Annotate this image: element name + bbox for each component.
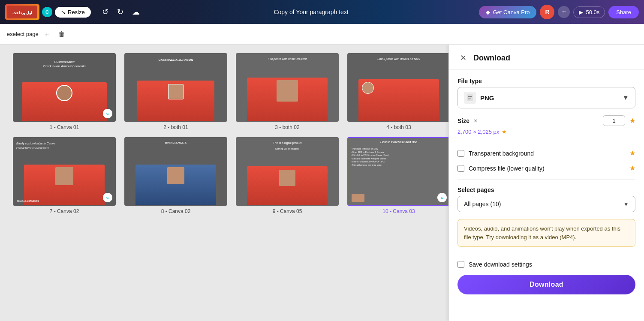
file-type-label: File type [457,78,635,84]
pages-grid: CustomisableGraduation Announcements C 1… [13,53,436,214]
timer-value: 50.0s [586,9,599,15]
resize-label: Resize [68,9,85,15]
transparent-bg-premium-icon: ★ [629,149,635,157]
page-label-1: 1 - Canva 01 [50,124,79,130]
cloud-icon: ☁ [132,7,140,17]
canva-badge-10: C [437,193,447,202]
page-thumb-9[interactable]: This is a digital product Nothing will b… [236,137,339,206]
transparent-bg-label[interactable]: Transparent background [469,150,625,157]
page-label-9: 9 - Canva 05 [273,208,302,214]
save-settings-row: Save download settings [457,261,635,268]
page-thumb-8[interactable]: SHARADA SANDERS [124,137,227,206]
canvas-area: CustomisableGraduation Announcements C 1… [0,45,448,321]
resize-button[interactable]: ⤡ Resize [55,7,91,18]
page-item-2[interactable]: CASSANDRA JOHNSON 2 - both 01 [124,53,227,130]
save-settings-label[interactable]: Save download settings [469,261,635,268]
page-thumb-3[interactable]: Full photo with name on front [236,53,339,122]
transparent-bg-row: Transparent background ★ [457,149,635,157]
gem-icon: ◆ [486,9,490,15]
compress-label[interactable]: Compress file (lower quality) [469,165,625,172]
svg-rect-3 [468,96,472,97]
logo: اول پرداخت [5,4,39,20]
canva-logo-circle: C [42,7,52,17]
topbar-actions: ↺ ↻ ☁ [99,5,143,19]
svg-text:اول پرداخت: اول پرداخت [12,11,33,15]
timer-button[interactable]: ▶ 50.0s [573,6,605,18]
add-collaborator-button[interactable]: + [558,6,570,18]
page-thumb-1[interactable]: CustomisableGraduation Announcements C [13,53,116,122]
canva-pro-label: Get Canva Pro [493,9,530,15]
size-premium-icon: ★ [502,129,507,135]
size-x[interactable]: × [474,117,477,124]
undo-icon: ↺ [102,7,108,17]
premium-icon[interactable]: ★ [629,117,635,125]
page-item-1[interactable]: CustomisableGraduation Announcements C 1… [13,53,116,130]
share-button[interactable]: Share [608,6,639,18]
page-thumb-10[interactable]: How to Purchase and Use • Purchase Templ… [347,137,448,206]
transparent-bg-checkbox[interactable] [457,150,464,157]
divider-3 [457,254,635,254]
page-thumb-7[interactable]: Easily customisable in CanvaPrint at hom… [13,137,116,206]
secondary-toolbar: eselect page + 🗑 [0,24,644,45]
add-page-button[interactable]: + [42,28,52,40]
page-thumb-4[interactable]: Small photo with details on back [347,53,448,122]
page-item-10[interactable]: How to Purchase and Use • Purchase Templ… [347,137,448,214]
main-content: CustomisableGraduation Announcements C 1… [0,45,644,321]
page-item-7[interactable]: Easily customisable in CanvaPrint at hom… [13,137,116,214]
compress-premium-icon: ★ [629,164,635,172]
select-pages-label: Select pages [457,186,635,193]
page-item-8[interactable]: SHARADA SANDERS 8 - Canva 02 [124,137,227,214]
svg-rect-5 [468,99,470,100]
warning-text: Videos, audio, and animations won't play… [464,225,620,240]
topbar: اول پرداخت C ⤡ Resize ↺ ↻ ☁ Copy of Your… [0,0,644,24]
page-label-2: 2 - both 01 [163,124,188,130]
divider-2 [457,179,635,180]
redo-button[interactable]: ↻ [114,5,127,19]
panel-header: ✕ Download [449,45,644,70]
close-icon: ✕ [460,54,466,62]
canva-pro-button[interactable]: ◆ Get Canva Pro [479,6,536,18]
panel-body: File type PNG ▼ [449,70,644,302]
size-label: Size [457,117,469,124]
undo-button[interactable]: ↺ [99,5,112,19]
file-type-selector[interactable]: PNG ▼ [457,87,635,108]
select-page-label: eselect page [7,31,39,37]
select-pages-dropdown[interactable]: All pages (10) ▼ [457,196,635,212]
delete-page-button[interactable]: 🗑 [55,28,68,40]
compress-checkbox[interactable] [457,165,464,172]
size-section: Size × 1 ★ 2,700 × 2,025 px ★ [457,115,635,135]
page-label-7: 7 - Canva 02 [50,208,79,214]
download-panel: ✕ Download File type PNG [448,45,644,321]
size-value-input[interactable]: 1 [603,115,625,126]
page-item-9[interactable]: This is a digital product Nothing will b… [236,137,339,214]
panel-close-button[interactable]: ✕ [457,52,469,63]
download-button[interactable]: Download [457,275,635,294]
plus-icon: + [562,8,566,16]
page-label-4: 4 - both 03 [386,124,411,130]
page-label-3: 3 - both 02 [275,124,299,130]
page-item-3[interactable]: Full photo with name on front 3 - both 0… [236,53,339,130]
resize-icon: ⤡ [61,9,66,15]
page-label-10: 10 - Canva 03 [382,208,415,214]
add-page-icon: + [45,30,49,38]
select-pages-value: All pages (10) [464,201,501,207]
svg-rect-4 [468,98,471,99]
divider-1 [457,142,635,142]
page-item-4[interactable]: Small photo with details on back 4 - bot… [347,53,448,130]
play-icon: ▶ [579,9,583,15]
file-type-value: PNG [480,94,494,102]
redo-icon: ↻ [117,7,123,17]
warning-box: Videos, audio, and animations won't play… [457,219,635,247]
page-thumb-2[interactable]: CASSANDRA JOHNSON [124,53,227,122]
select-pages-chevron-icon: ▼ [623,201,629,207]
page-label-8: 8 - Canva 02 [161,208,191,214]
file-type-icon [464,92,476,104]
trash-icon: 🗑 [58,30,65,38]
cloud-save-button[interactable]: ☁ [129,5,143,19]
avatar[interactable]: R [540,5,554,19]
save-settings-checkbox[interactable] [457,261,464,268]
select-pages-section: Select pages All pages (10) ▼ [457,186,635,212]
compress-row: Compress file (lower quality) ★ [457,164,635,172]
topbar-right: ◆ Get Canva Pro R + ▶ 50.0s Share [479,5,639,19]
size-dimensions: 2,700 × 2,025 px ★ [457,129,635,135]
